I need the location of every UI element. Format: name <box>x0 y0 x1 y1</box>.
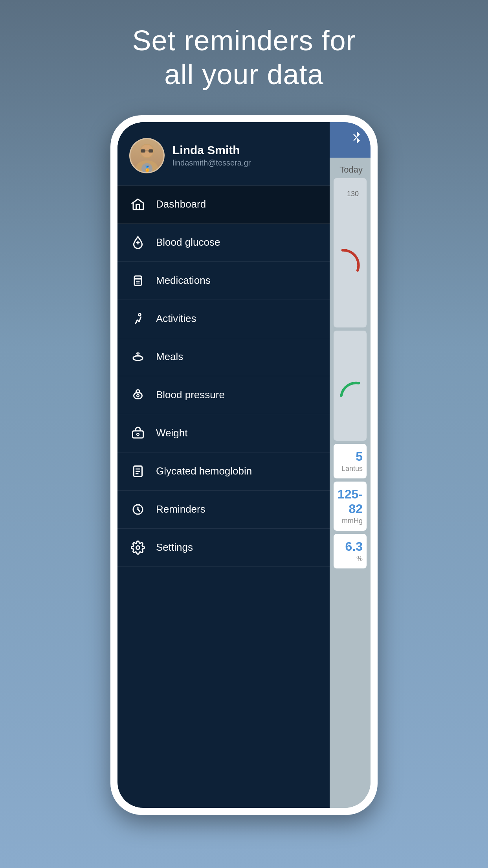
navigation-drawer: 🏅 Linda Smith lindasmith@tessera.gr Dash… <box>117 122 330 808</box>
home-icon <box>129 196 147 213</box>
svg-rect-8 <box>134 276 141 285</box>
nav-item-blood-glucose[interactable]: Blood glucose <box>117 224 330 262</box>
user-name: Linda Smith <box>172 143 318 157</box>
svg-point-16 <box>137 394 139 397</box>
user-email: lindasmith@tessera.gr <box>172 158 318 167</box>
stat-card-hba1c: 6.3 % <box>334 534 367 568</box>
stat-unit-hba1c: % <box>338 555 363 563</box>
avatar[interactable]: 🏅 <box>129 138 165 173</box>
nav-item-weight[interactable]: Weight <box>117 414 330 452</box>
nav-label-activities: Activities <box>156 313 196 325</box>
stat-value-hba1c: 6.3 <box>338 539 363 554</box>
nav-item-dashboard[interactable]: Dashboard <box>117 186 330 224</box>
nav-label-reminders: Reminders <box>156 503 205 515</box>
phone-frame: 🏅 Linda Smith lindasmith@tessera.gr Dash… <box>110 115 378 815</box>
blood-pressure-icon <box>129 386 147 404</box>
nav-label-glycated-hemoglobin: Glycated hemoglobin <box>156 465 252 477</box>
nav-item-reminders[interactable]: Reminders <box>117 491 330 529</box>
stat-unit-lantus: Lantus <box>338 465 363 473</box>
nav-label-blood-glucose: Blood glucose <box>156 236 220 248</box>
nav-label-meals: Meals <box>156 351 183 363</box>
svg-rect-4 <box>149 149 153 153</box>
today-label: Today <box>334 162 367 175</box>
headline: Set reminders for all your data <box>132 24 356 92</box>
bluetooth-icon <box>351 130 363 149</box>
nav-label-blood-pressure: Blood pressure <box>156 389 225 401</box>
svg-point-29 <box>136 546 140 549</box>
green-gauge-arc <box>338 362 363 409</box>
meals-icon <box>129 348 147 366</box>
svg-point-19 <box>137 433 139 436</box>
svg-rect-18 <box>133 431 143 438</box>
stat-value-bp: 125-82 <box>338 487 363 516</box>
stat-card-lantus: 5 Lantus <box>334 444 367 478</box>
nav-item-activities[interactable]: Activities <box>117 300 330 338</box>
svg-rect-3 <box>141 149 145 153</box>
gauge-section: 130 <box>334 178 367 327</box>
svg-line-26 <box>138 509 140 511</box>
medications-icon <box>129 272 147 289</box>
phone-screen: 🏅 Linda Smith lindasmith@tessera.gr Dash… <box>117 122 371 808</box>
stat-value-lantus: 5 <box>338 449 363 464</box>
content-panel: Today 130 5 La <box>330 122 371 808</box>
nav-label-weight: Weight <box>156 427 187 439</box>
content-body: Today 130 5 La <box>330 158 371 808</box>
stat-unit-bp: mmHg <box>338 517 363 525</box>
nav-label-medications: Medications <box>156 274 211 287</box>
content-header <box>330 122 371 158</box>
stat-card-blood-pressure: 125-82 mmHg <box>334 482 367 531</box>
nav-item-medications[interactable]: Medications <box>117 262 330 300</box>
reminders-icon <box>129 501 147 518</box>
avatar-badge: 🏅 <box>141 163 152 173</box>
headline-line1: Set reminders for <box>132 24 356 57</box>
nav-item-blood-pressure[interactable]: Blood pressure <box>117 376 330 414</box>
user-info: Linda Smith lindasmith@tessera.gr <box>172 143 318 167</box>
blood-glucose-icon <box>129 234 147 251</box>
nav-label-dashboard: Dashboard <box>156 198 206 210</box>
headline-line2: all your data <box>132 57 356 91</box>
activities-icon <box>129 310 147 327</box>
red-gauge-arc <box>338 202 363 304</box>
gauge-value: 130 <box>347 190 359 198</box>
glycated-hemoglobin-icon <box>129 463 147 480</box>
nav-label-settings: Settings <box>156 541 193 554</box>
settings-icon <box>129 539 147 556</box>
svg-point-12 <box>139 313 141 316</box>
green-gauge-section <box>334 331 367 441</box>
nav-item-glycated-hemoglobin[interactable]: Glycated hemoglobin <box>117 452 330 491</box>
nav-item-settings[interactable]: Settings <box>117 529 330 567</box>
nav-item-meals[interactable]: Meals <box>117 338 330 376</box>
weight-icon <box>129 425 147 442</box>
drawer-header: 🏅 Linda Smith lindasmith@tessera.gr <box>117 122 330 186</box>
